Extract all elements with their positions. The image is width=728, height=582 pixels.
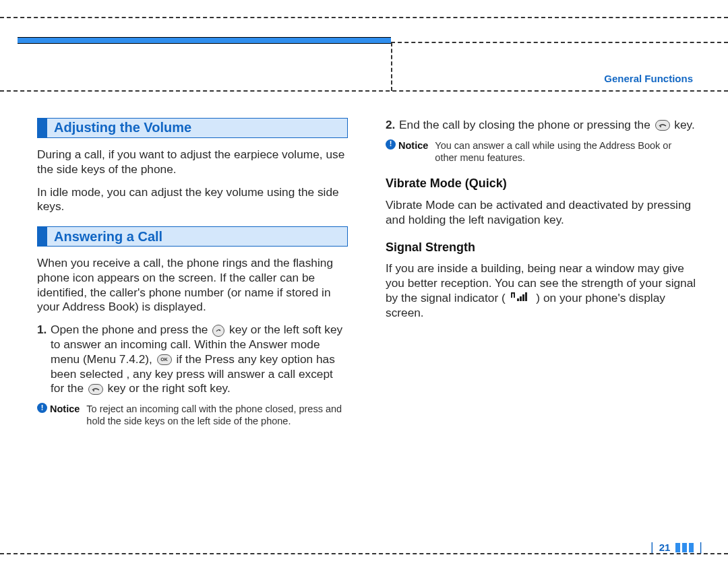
info-icon: ! — [37, 403, 47, 413]
step-body: Open the phone and press the key or the … — [51, 323, 348, 396]
notice-label: Notice — [398, 139, 428, 152]
svg-rect-8 — [525, 292, 527, 301]
svg-point-1 — [660, 126, 661, 127]
section-heading-volume: Adjusting the Volume — [37, 118, 348, 138]
svg-point-0 — [93, 390, 94, 391]
footer-divider-icon: | — [699, 540, 702, 554]
footer-decoration-icon — [675, 543, 694, 552]
subsection-heading-vibrate: Vibrate Mode (Quick) — [386, 176, 696, 191]
page-number: 21 — [659, 542, 671, 553]
svg-rect-4 — [514, 294, 515, 298]
send-key-icon — [212, 325, 224, 337]
notice-label-group: ! Notice — [386, 139, 428, 164]
footer-divider-icon: | — [650, 540, 654, 554]
heading-accent-bar — [38, 227, 47, 246]
step-body: End the call by closing the phone or pre… — [399, 118, 696, 133]
numbered-step: 1. Open the phone and press the key or t… — [37, 323, 348, 396]
notice-text: You can answer a call while using the Ad… — [435, 139, 696, 164]
notice-block: ! Notice To reject an incoming call with… — [37, 403, 348, 428]
svg-rect-5 — [517, 298, 519, 301]
crop-mark-top — [0, 17, 728, 18]
svg-rect-3 — [511, 292, 515, 294]
running-header: General Functions — [604, 73, 693, 84]
step-number: 1. — [37, 323, 51, 396]
heading-text: Adjusting the Volume — [54, 119, 191, 136]
right-column: 2. End the call by closing the phone or … — [386, 118, 696, 437]
crop-mark-bottom — [0, 553, 728, 554]
notice-text: To reject an incoming call with the phon… — [86, 403, 348, 428]
heading-text: Answering a Call — [54, 228, 162, 245]
ok-key-icon: OK — [157, 354, 172, 365]
notice-label: Notice — [50, 403, 80, 415]
body-paragraph: In idle mode, you can adjust the key vol… — [37, 185, 348, 215]
end-key-icon — [88, 384, 103, 395]
body-paragraph: Vibrate Mode can be activated and deacti… — [386, 198, 696, 228]
svg-rect-2 — [511, 294, 512, 298]
content-area: Adjusting the Volume During a call, if y… — [37, 118, 696, 437]
body-paragraph: When you receive a call, the phone rings… — [37, 256, 348, 315]
step-number: 2. — [386, 118, 399, 133]
end-key-icon — [655, 120, 670, 131]
body-paragraph: During a call, if you want to adjust the… — [37, 148, 348, 177]
crop-mark-header — [0, 90, 728, 92]
section-heading-answering: Answering a Call — [37, 226, 348, 247]
manual-page: General Functions Adjusting the Volume D… — [0, 0, 728, 582]
heading-accent-bar — [38, 119, 47, 137]
notice-label-group: ! Notice — [37, 403, 80, 428]
header-blue-bar — [18, 37, 391, 44]
svg-rect-6 — [520, 296, 522, 301]
left-column: Adjusting the Volume During a call, if y… — [37, 118, 348, 437]
numbered-step: 2. End the call by closing the phone or … — [386, 118, 696, 133]
info-icon: ! — [386, 139, 396, 150]
body-paragraph: If you are inside a building, being near… — [386, 261, 696, 321]
crop-mark-vertical — [391, 42, 392, 91]
notice-block: ! Notice You can answer a call while usi… — [386, 139, 696, 164]
svg-rect-7 — [522, 294, 524, 301]
signal-strength-icon — [511, 291, 531, 306]
crop-mark-top-right — [391, 42, 728, 43]
subsection-heading-signal: Signal Strength — [386, 240, 696, 255]
page-footer: | 21 | — [650, 540, 702, 554]
